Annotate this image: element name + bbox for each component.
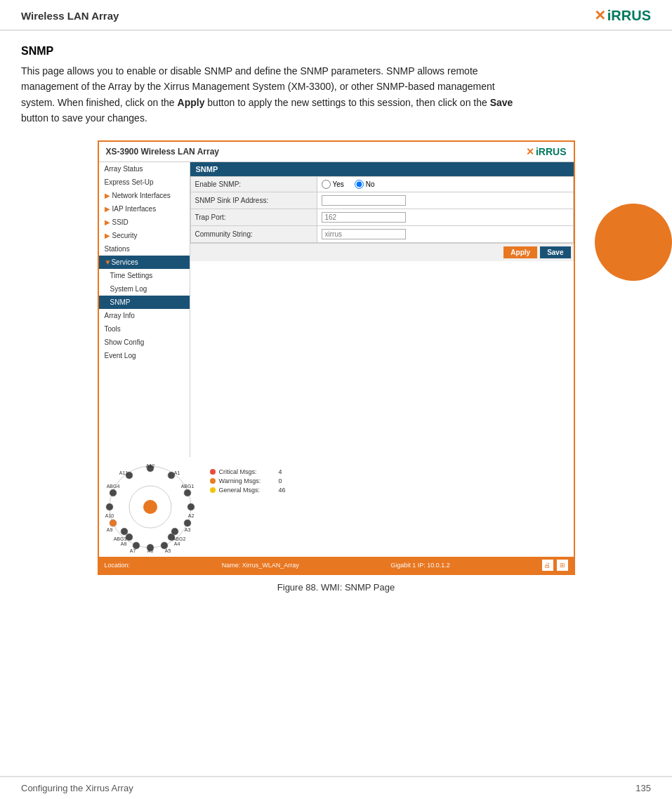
sidebar-item-event-log[interactable]: Event Log — [99, 349, 190, 362]
ss-content: SNMP Enable SNMP: Yes No — [190, 162, 574, 457]
snmp-field-community[interactable] — [317, 225, 573, 242]
svg-point-25 — [121, 528, 128, 535]
warning-value: 0 — [279, 477, 282, 484]
critical-label: Critical Msgs: — [219, 468, 275, 475]
footer-ip: Gigabit 1 IP: 10.0.1.2 — [390, 562, 450, 569]
desc-text-3: button to save your changes. — [21, 112, 147, 124]
sidebar-item-system-log[interactable]: System Log — [99, 282, 190, 296]
svg-text:A1: A1 — [173, 470, 180, 475]
ap-diagram-svg: A12 A11 A1 ABG4 ABG1 — [105, 461, 196, 553]
section-title: SNMP — [21, 45, 651, 58]
snmp-form-table: Enable SNMP: Yes No — [190, 176, 574, 243]
ss-footer: Location: Name: Xirrus_WLAN_Array Gigabi… — [99, 557, 574, 574]
sidebar-item-show-config[interactable]: Show Config — [99, 336, 190, 349]
radio-yes[interactable] — [322, 180, 331, 189]
snmp-field-enable[interactable]: Yes No — [317, 176, 573, 192]
sidebar-item-array-status[interactable]: Array Status — [99, 162, 190, 176]
warning-dot — [210, 478, 216, 484]
svg-text:A11: A11 — [119, 470, 128, 475]
desc-text-2: button to apply the new settings to this… — [204, 97, 489, 108]
stats-area: Critical Msgs: 4 Warning Msgs: 0 General… — [210, 461, 286, 496]
screenshot-body: Array Status Express Set-Up ▶Network Int… — [99, 162, 574, 457]
footer-right: 135 — [635, 783, 651, 793]
svg-text:ABG1: ABG1 — [180, 484, 194, 489]
snmp-row-enable: Enable SNMP: Yes No — [190, 176, 573, 192]
radio-yes-label[interactable]: Yes — [322, 180, 344, 189]
snmp-label-enable: Enable SNMP: — [190, 176, 317, 192]
enable-snmp-radio-group[interactable]: Yes No — [322, 180, 569, 189]
screenshot-logo: ✕ iRRUS — [526, 146, 567, 157]
logo-text: iRRUS — [607, 8, 651, 24]
orange-circle-decoration — [595, 204, 672, 281]
section-description: This page allows you to enable or disabl… — [21, 63, 527, 126]
critical-dot — [210, 469, 216, 475]
svg-text:A5: A5 — [164, 548, 171, 553]
warning-label: Warning Msgs: — [219, 477, 275, 484]
page-header: Wireless LAN Array ✕ iRRUS — [0, 0, 672, 31]
sidebar-item-stations[interactable]: Stations — [99, 242, 190, 256]
svg-text:A9: A9 — [106, 527, 112, 532]
stat-row-critical: Critical Msgs: 4 — [210, 468, 286, 475]
printer-icon[interactable]: 🖨 — [542, 560, 553, 571]
sidebar-item-network-interfaces[interactable]: ▶Network Interfaces — [99, 189, 190, 202]
radio-no[interactable] — [355, 180, 364, 189]
apply-button[interactable]: Apply — [503, 246, 537, 258]
ss-diagram-area: A12 A11 A1 ABG4 ABG1 — [99, 457, 574, 557]
svg-text:ABG4: ABG4 — [106, 484, 119, 489]
footer-left: Configuring the Xirrus Array — [21, 783, 133, 793]
sidebar-item-array-info[interactable]: Array Info — [99, 309, 190, 322]
snmp-row-trap-port: Trap Port: — [190, 209, 573, 225]
svg-point-9 — [110, 489, 117, 496]
svg-point-19 — [184, 520, 191, 527]
general-label: General Msgs: — [219, 487, 275, 494]
sidebar-item-time-settings[interactable]: Time Settings — [99, 269, 190, 282]
radio-no-label[interactable]: No — [355, 180, 375, 189]
svg-text:ABG3: ABG3 — [113, 536, 126, 541]
snmp-trap-port-input[interactable] — [322, 212, 406, 223]
general-dot — [210, 487, 216, 493]
page-title: Wireless LAN Array — [21, 10, 119, 22]
svg-point-17 — [110, 520, 117, 527]
sidebar-item-iap-interfaces[interactable]: ▶IAP Interfaces — [99, 202, 190, 216]
svg-text:A8: A8 — [120, 541, 126, 546]
critical-value: 4 — [279, 468, 282, 475]
svg-point-2 — [143, 500, 157, 514]
diagram-and-stats: A12 A11 A1 ABG4 ABG1 — [105, 461, 568, 553]
snmp-community-input[interactable] — [322, 229, 406, 239]
footer-icons: 🖨 ⊞ — [542, 560, 568, 571]
svg-text:A3: A3 — [184, 527, 190, 532]
main-content: SNMP This page allows you to enable or d… — [0, 31, 672, 628]
svg-point-27 — [171, 528, 178, 535]
snmp-row-sink-ip: SNMP Sink IP Address: — [190, 192, 573, 209]
screenshot-title: XS-3900 Wireless LAN Array — [106, 147, 220, 157]
sidebar-item-snmp[interactable]: SNMP — [99, 296, 190, 309]
footer-name: Name: Xirrus_WLAN_Array — [222, 562, 299, 569]
monitor-icon[interactable]: ⊞ — [557, 560, 568, 571]
screenshot-container: XS-3900 Wireless LAN Array ✕ iRRUS Array… — [98, 140, 575, 575]
svg-point-11 — [184, 489, 191, 496]
screenshot-header: XS-3900 Wireless LAN Array ✕ iRRUS — [99, 142, 574, 162]
save-button[interactable]: Save — [540, 246, 570, 258]
sidebar-item-tools[interactable]: Tools — [99, 322, 190, 336]
snmp-field-sink-ip[interactable] — [317, 192, 573, 209]
snmp-field-trap-port[interactable] — [317, 209, 573, 225]
ap-circle-diagram: A12 A11 A1 ABG4 ABG1 — [105, 461, 196, 553]
svg-text:A6: A6 — [147, 548, 153, 553]
save-bold: Save — [490, 97, 513, 108]
sidebar-item-express-setup[interactable]: Express Set-Up — [99, 176, 190, 189]
svg-point-15 — [187, 503, 195, 510]
sidebar-item-ssid[interactable]: ▶SSID — [99, 216, 190, 229]
apply-bold: Apply — [178, 97, 205, 108]
sidebar-item-services[interactable]: ▼Services — [99, 256, 190, 269]
svg-text:A10: A10 — [105, 513, 114, 518]
sidebar-item-security[interactable]: ▶Security — [99, 229, 190, 242]
svg-text:A7: A7 — [129, 548, 136, 553]
page-footer: Configuring the Xirrus Array 135 — [0, 776, 672, 799]
stat-row-general: General Msgs: 46 — [210, 487, 286, 494]
stat-row-warning: Warning Msgs: 0 — [210, 477, 286, 484]
snmp-sink-ip-input[interactable] — [322, 195, 406, 206]
svg-point-21 — [126, 534, 133, 541]
figure-caption: Figure 88. WMI: SNMP Page — [21, 582, 651, 593]
snmp-label-sink-ip: SNMP Sink IP Address: — [190, 192, 317, 209]
snmp-label-trap-port: Trap Port: — [190, 209, 317, 225]
